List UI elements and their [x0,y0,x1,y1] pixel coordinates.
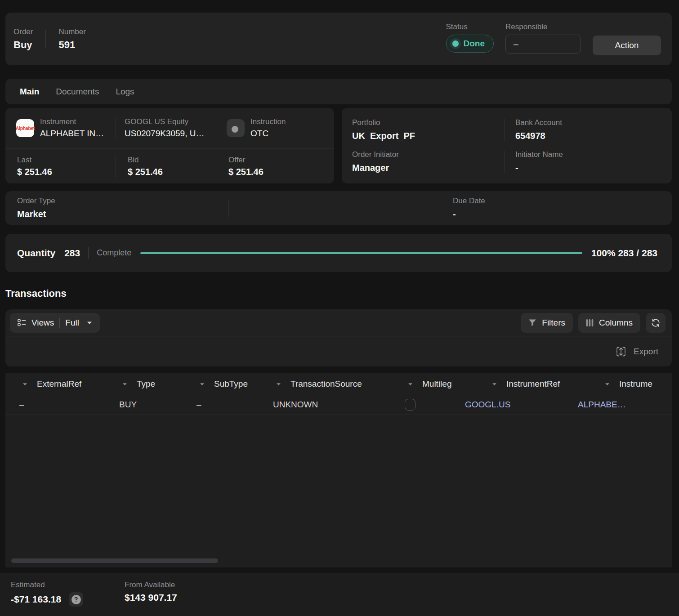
estimated-field: Estimated -$71 163.18 ? [11,580,125,616]
column-header-instrumentref[interactable]: InstrumentRef [475,379,588,389]
chevron-down-icon [276,383,281,386]
help-button[interactable]: ? [69,592,83,607]
order-header: Order Buy Number 591 Status Done Respons… [5,13,672,65]
horizontal-scrollbar[interactable] [11,558,218,563]
table-row: – BUY – UNKNOWN GOOGL.US ALPHABE… [5,395,672,415]
table-header-row: ExternalRef Type SubType TransactionSour… [5,373,672,395]
portfolio-card: Portfolio UK_Export_PF Bank Account 6549… [342,108,672,183]
instruction-icon [227,119,245,137]
toolbar-row-2: Export [5,336,672,366]
from-available-field: From Available $143 907.17 [125,580,177,616]
info-cards-row: Alphabet Instrument ALPHABET IN… GOOGL U… [5,108,672,183]
multileg-checkbox[interactable] [405,399,415,411]
order-type-card: Order Type Market Due Date - [5,191,672,225]
chevron-down-icon [605,383,610,386]
estimated-label: Estimated [11,580,45,589]
portfolio-label: Portfolio [352,118,504,127]
status-field: Status Done [446,22,494,53]
order-initiator-field: Order Initiator Manager [342,150,504,173]
refresh-button[interactable] [646,313,666,333]
action-button[interactable]: Action [593,36,661,55]
views-icon [18,319,26,326]
status-label: Status [446,22,494,31]
tab-documents[interactable]: Documents [56,87,99,97]
bank-account-label: Bank Account [515,118,672,127]
status-value: Done [464,39,485,49]
number-value: 591 [58,40,85,50]
column-header-transactionsource[interactable]: TransactionSource [259,379,391,389]
export-button[interactable]: Export [615,346,658,357]
toolbar-row-1: Views Full Filters [5,309,672,336]
question-icon: ? [71,595,81,604]
tab-logs[interactable]: Logs [116,87,134,97]
chevron-down-icon [408,383,413,386]
instruction-label: Instruction [250,117,286,126]
portfolio-field: Portfolio UK_Export_PF [342,118,504,141]
tab-main[interactable]: Main [20,87,39,97]
column-header-multileg[interactable]: Multileg [391,379,475,389]
column-header-externalref[interactable]: ExternalRef [5,379,105,389]
order-initiator-label: Order Initiator [352,150,504,159]
from-available-label: From Available [125,580,175,589]
due-date-value: - [453,209,485,219]
responsible-select[interactable]: – [505,35,581,54]
instrument-top-row: Alphabet Instrument ALPHABET IN… GOOGL U… [5,108,334,148]
chevron-down-icon [22,383,27,386]
last-value: $ 251.46 [17,166,116,177]
cell-multileg [391,399,451,411]
number-label: Number [58,27,85,36]
offer-value: $ 251.46 [228,166,334,177]
order-type-value: Market [17,209,228,219]
divider [88,247,89,259]
bank-account-value: 654978 [515,130,672,141]
filters-button[interactable]: Filters [521,313,573,333]
bid-price-cell: Bid $ 251.46 [116,156,221,177]
export-label: Export [634,347,658,357]
listing-label: GOOGL US Equity [125,117,204,126]
initiator-name-value: - [515,162,672,173]
instrument-cell: Alphabet Instrument ALPHABET IN… [5,117,116,139]
due-date-label: Due Date [453,196,485,205]
responsible-value: – [514,39,518,49]
last-price-cell: Last $ 251.46 [5,156,116,177]
instrument-value: ALPHABET IN… [40,128,104,139]
views-button[interactable]: Views Full [10,313,100,333]
cell-externalref: – [5,400,105,410]
quantity-card: Quantity 283 Complete 100% 283 / 283 [5,234,672,272]
order-initiator-value: Manager [352,162,504,173]
filters-label: Filters [542,318,565,328]
instruction-value: OTC [250,128,286,139]
chevron-down-icon [122,383,127,386]
column-header-subtype[interactable]: SubType [183,379,259,389]
listing-value: US02079K3059, U… [125,128,204,139]
bid-label: Bid [128,156,221,165]
chevron-down-icon [200,383,205,386]
export-icon [615,346,627,357]
order-summary: Order Buy Number 591 [13,27,86,50]
divider [59,318,60,328]
instrument-label: Instrument [40,117,104,126]
order-type-field: Order Type Market [5,196,228,219]
bid-value: $ 251.46 [128,166,221,177]
portfolio-row-1: Portfolio UK_Export_PF Bank Account 6549… [342,114,672,146]
status-badge[interactable]: Done [446,35,494,53]
column-header-type[interactable]: Type [105,379,183,389]
responsible-label: Responsible [505,22,581,31]
toolbar-right-group: Filters Columns [521,313,666,333]
instrument-ref-link[interactable]: GOOGL.US [465,400,510,409]
cell-subtype: – [183,400,259,410]
order-field: Order Buy [13,27,33,50]
portfolio-value: UK_Export_PF [352,130,504,141]
column-header-instrumentname[interactable]: Instrume [588,379,672,389]
quantity-progress-text: 100% 283 / 283 [591,248,657,259]
bank-account-field: Bank Account 654978 [505,118,672,141]
quantity-progress-bar [140,252,582,254]
transactions-table: ExternalRef Type SubType TransactionSour… [5,373,672,567]
instrument-name-link[interactable]: ALPHABE… [578,400,626,409]
offer-label: Offer [228,156,334,165]
transactions-title: Transactions [5,288,679,299]
number-field: Number 591 [58,27,85,50]
due-date-field: Due Date - [453,196,485,219]
alphabet-logo-icon: Alphabet [16,119,34,137]
columns-button[interactable]: Columns [578,313,640,333]
